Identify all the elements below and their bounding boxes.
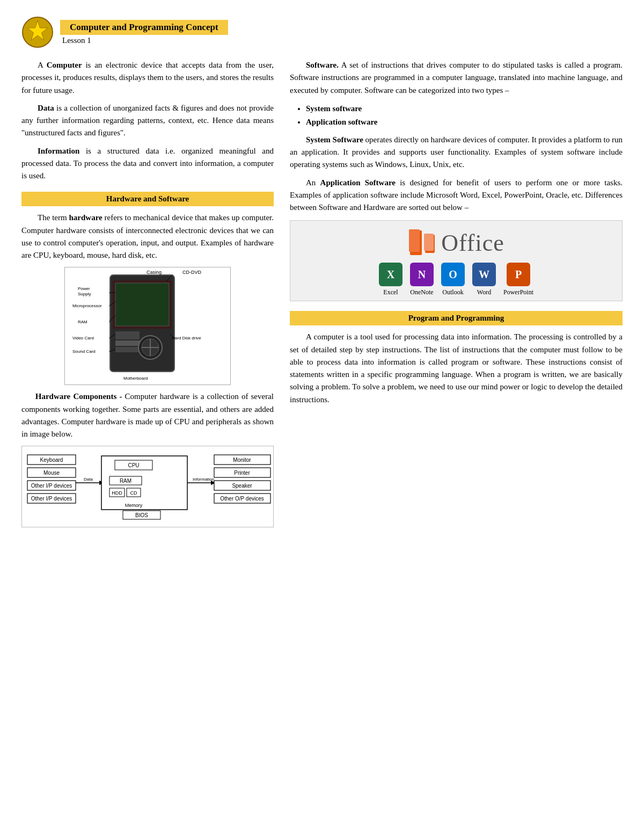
program-definition-p: A computer is a tool used for processing… bbox=[290, 331, 623, 406]
header-title: Computer and Programming Concept bbox=[60, 20, 228, 35]
powerpoint-app: P PowerPoint bbox=[503, 263, 533, 296]
software-types-list: System software Application software bbox=[306, 102, 623, 129]
svg-text:Printer: Printer bbox=[234, 470, 250, 476]
svg-text:Supply: Supply bbox=[78, 292, 91, 296]
header: Computer and Programming Concept Lesson … bbox=[21, 16, 623, 48]
excel-label: Excel bbox=[383, 288, 398, 296]
header-subtitle: Lesson 1 bbox=[60, 36, 228, 45]
cpu-block-diagram: Keyboard Mouse Other I/P devices Other I… bbox=[21, 446, 274, 527]
data-definition-p: Data is a collection of unorganized fact… bbox=[21, 102, 274, 140]
powerpoint-label: PowerPoint bbox=[503, 288, 533, 296]
header-title-block: Computer and Programming Concept Lesson … bbox=[60, 20, 228, 45]
svg-text:Sound Card: Sound Card bbox=[72, 349, 96, 354]
svg-text:Keyboard: Keyboard bbox=[40, 457, 63, 463]
word-label: Word bbox=[477, 288, 491, 296]
svg-text:HDD: HDD bbox=[112, 490, 122, 496]
software-intro-p: Software. A set of instructions that dri… bbox=[290, 59, 623, 97]
hardware-components-p: Hardware Components - Computer hardware … bbox=[21, 390, 274, 440]
office-title-area: Office bbox=[296, 228, 617, 257]
svg-text:CD: CD bbox=[130, 490, 137, 496]
svg-rect-5 bbox=[115, 331, 140, 339]
svg-text:Monitor: Monitor bbox=[233, 457, 251, 463]
program-programming-heading: Program and Programming bbox=[290, 311, 623, 325]
svg-text:Hard Disk drive: Hard Disk drive bbox=[172, 336, 201, 340]
information-definition-p: Information is a structured data i.e. or… bbox=[21, 145, 274, 183]
system-software-item: System software bbox=[306, 102, 623, 116]
svg-text:CD-DVD: CD-DVD bbox=[182, 270, 201, 275]
page: Computer and Programming Concept Lesson … bbox=[0, 0, 644, 834]
system-software-p: System Software operates directly on har… bbox=[290, 134, 623, 171]
cpu-svg: Keyboard Mouse Other I/P devices Other I… bbox=[26, 451, 273, 520]
left-column: A Computer is an electronic device that … bbox=[21, 59, 274, 533]
svg-text:Mouse: Mouse bbox=[43, 470, 60, 476]
excel-icon: X bbox=[379, 263, 402, 286]
svg-text:Memory: Memory bbox=[125, 503, 143, 508]
svg-text:RAM: RAM bbox=[78, 320, 87, 324]
svg-text:RAM: RAM bbox=[120, 478, 131, 484]
office-image-box: Office X Excel N OneNote O Outlook bbox=[290, 220, 623, 301]
onenote-app: N OneNote bbox=[410, 263, 434, 296]
office-apps-row: X Excel N OneNote O Outlook W Word bbox=[296, 263, 617, 296]
hardware-intro-p: The term hardware refers to mechanical d… bbox=[21, 212, 274, 262]
svg-text:BIOS: BIOS bbox=[135, 512, 148, 518]
svg-text:Motherboard: Motherboard bbox=[123, 376, 148, 381]
office-door-icon bbox=[408, 228, 437, 257]
word-icon: W bbox=[472, 263, 496, 286]
svg-rect-6 bbox=[115, 340, 140, 346]
office-brand-text: Office bbox=[441, 229, 504, 257]
hardware-software-heading: Hardware and Software bbox=[21, 192, 274, 206]
computer-internals-diagram: Casing CD-DVD Power Supply Microprocesso… bbox=[64, 267, 231, 385]
svg-rect-62 bbox=[409, 229, 420, 252]
svg-text:Other I/P devices: Other I/P devices bbox=[31, 483, 72, 489]
application-software-item: Application software bbox=[306, 115, 623, 129]
word-app: W Word bbox=[472, 263, 496, 296]
content-area: A Computer is an electronic device that … bbox=[21, 59, 623, 533]
svg-text:Video Card: Video Card bbox=[72, 336, 94, 340]
onenote-icon: N bbox=[410, 263, 434, 286]
svg-text:Data: Data bbox=[84, 477, 93, 482]
excel-app: X Excel bbox=[379, 263, 402, 296]
right-column: Software. A set of instructions that dri… bbox=[290, 59, 623, 533]
svg-text:Other O/P devices: Other O/P devices bbox=[220, 496, 264, 502]
svg-text:Microprocessor: Microprocessor bbox=[72, 303, 102, 308]
outlook-icon: O bbox=[441, 263, 465, 286]
logo-icon bbox=[21, 16, 54, 48]
svg-text:Casing: Casing bbox=[147, 270, 162, 275]
svg-text:Other I/P devices: Other I/P devices bbox=[31, 496, 72, 502]
computer-intro-p: A Computer is an electronic device that … bbox=[21, 59, 274, 97]
internals-svg: Casing CD-DVD Power Supply Microprocesso… bbox=[67, 270, 228, 382]
svg-rect-4 bbox=[115, 283, 169, 326]
svg-text:CPU: CPU bbox=[128, 462, 139, 468]
svg-text:Power: Power bbox=[78, 286, 90, 291]
outlook-app: O Outlook bbox=[441, 263, 465, 296]
svg-text:Information: Information bbox=[193, 477, 214, 482]
svg-rect-64 bbox=[424, 234, 434, 251]
svg-text:Speaker: Speaker bbox=[232, 483, 252, 489]
powerpoint-icon: P bbox=[507, 263, 530, 286]
app-software-p: An Application Software is designed for … bbox=[290, 177, 623, 214]
onenote-label: OneNote bbox=[410, 288, 433, 296]
svg-rect-7 bbox=[115, 347, 140, 352]
outlook-label: Outlook bbox=[442, 288, 463, 296]
